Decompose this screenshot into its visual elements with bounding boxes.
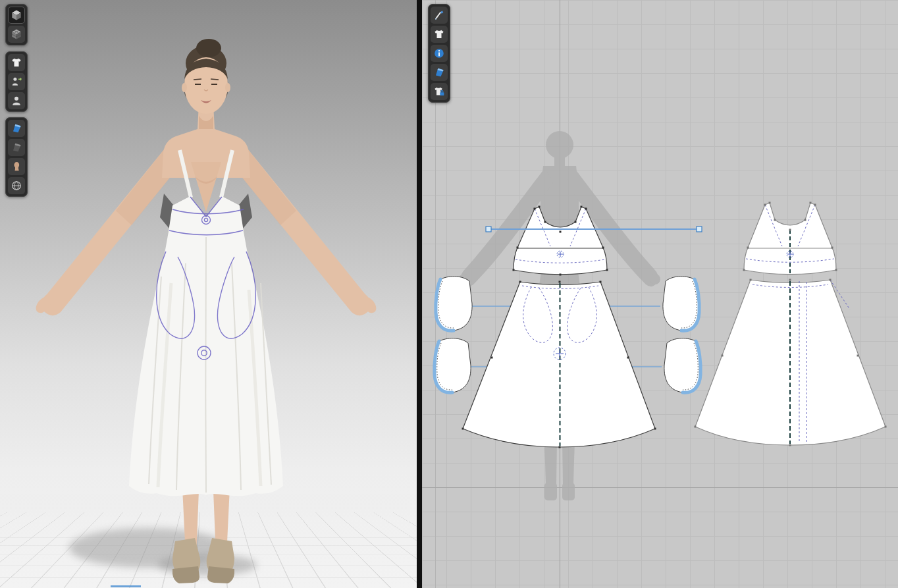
line-handle-left[interactable] [486,227,491,232]
fabric-blue-icon [433,66,446,79]
avatar-head [182,39,230,114]
mannequin-head-icon [10,160,23,173]
pattern-pocket-left-upper[interactable] [436,277,472,331]
cube-mesh-button[interactable] [8,26,25,43]
cube-shaded-icon [10,9,23,22]
line-handle-right[interactable] [697,227,702,232]
avatar-button[interactable] [8,92,25,109]
pattern-pocket-left-lower[interactable] [435,338,471,393]
garment-icon [10,56,23,69]
mannequin-head-button[interactable] [8,158,25,175]
avatar-torso [162,104,250,212]
garment-lock-icon [433,85,446,98]
garment-button[interactable] [8,54,25,71]
fabric-blue-button[interactable] [8,120,25,137]
globe-button[interactable] [8,177,25,194]
pen-icon [433,9,446,22]
cube-mesh-icon [10,28,23,41]
toolbar-avatar-display [5,51,28,112]
fabric-dark-icon [10,141,23,154]
avatar-icon [10,94,23,107]
pattern-back-bodice[interactable] [743,202,837,275]
toolbar-pattern-display [428,4,450,103]
toolbar-scene-display [5,117,28,197]
pattern-pocket-right-lower[interactable] [664,338,700,393]
pen-button[interactable] [431,7,448,24]
fabric-blue-icon [10,122,23,135]
viewport-3d[interactable] [0,0,417,588]
pattern-editor-2d[interactable] [422,0,898,588]
pattern-pocket-right-upper[interactable] [663,277,699,331]
panel-splitter[interactable] [417,0,422,588]
info-icon [433,47,446,60]
app-window [0,0,898,588]
avatar-arrange-button[interactable] [8,73,25,90]
pattern-back-skirt[interactable] [695,279,887,446]
globe-icon [10,179,23,192]
avatar-3d[interactable] [0,0,417,588]
garment-show-icon [433,28,446,41]
fabric-blue-button[interactable] [431,64,448,81]
cube-shaded-button[interactable] [8,7,25,24]
garment-show-button[interactable] [431,26,448,43]
info-button[interactable] [431,45,448,62]
toolbar-render-style [5,4,28,45]
garment-lock-button[interactable] [431,83,448,100]
avatar-arrange-icon [10,75,23,88]
fabric-dark-button[interactable] [8,139,25,156]
